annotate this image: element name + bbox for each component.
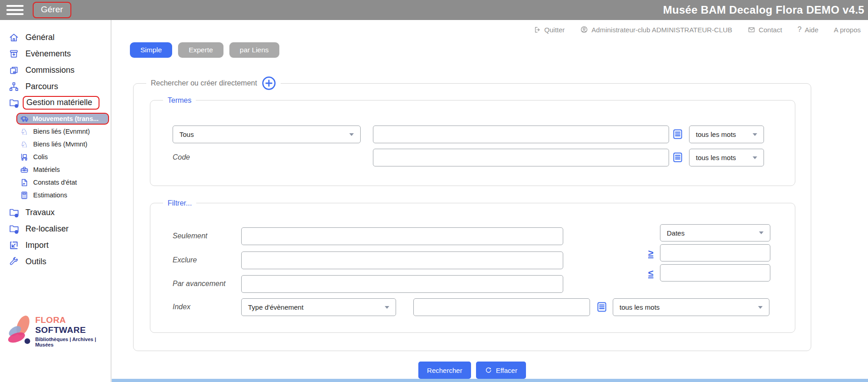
apropos-link[interactable]: A propos [834,26,861,34]
tab-simple[interactable]: Simple [130,42,172,58]
calculator-icon [20,191,29,200]
sidebar-item-label-highlighted: Gestion matérielle [23,96,99,110]
header-links: Quitter Administrateur-club ADMINISTRATE… [533,25,861,34]
date-from-input[interactable] [660,244,770,261]
sidebar-item-import[interactable]: Import [0,237,111,253]
termes-mode-select[interactable]: tous les mots [689,126,764,143]
index-mode-select-value: tous les mots [620,303,660,311]
knight-icon: ♘ [20,140,29,149]
logo-software-text: SOFTWARE [35,325,86,335]
search-mode-tabs: Simple Experte par Liens [130,42,279,58]
submenu-item-biens-lies-mvmnt[interactable]: ♘ Biens liés (Mvmnt) [0,138,111,151]
sidebar-item-label: Travaux [25,208,55,217]
gestion-materielle-submenu: Mouvements (trans... ♘ Biens liés (Evnmn… [0,113,111,201]
horizontal-scrollbar[interactable] [112,379,868,382]
chevron-down-icon [753,133,757,136]
app-title: Musée BAM Decalog Flora DEMO v4.5 [663,4,864,16]
index-lookup-icon[interactable] [596,301,608,313]
submenu-item-label: Biens liés (Evnmnt) [33,128,90,135]
date-to-input[interactable] [660,264,770,281]
index-lookup-icon[interactable] [672,151,684,163]
aide-label: Aide [805,26,818,34]
wrench-icon [8,256,20,267]
effacer-button[interactable]: Effacer [476,362,526,379]
chevron-down-icon [349,133,354,136]
search-panel: Rechercher ou créer directement Termes T… [133,83,811,351]
submenu-item-colis[interactable]: Colis [0,151,111,163]
sitemap-icon [8,81,20,92]
termes-field-select[interactable]: Tous [173,126,361,143]
par-avancement-input[interactable] [241,275,563,293]
effacer-label: Effacer [496,367,517,374]
sidebar-item-commissions[interactable]: Commissions [0,62,111,78]
submenu-item-label: Biens liés (Mvmnt) [33,141,87,148]
sidebar-item-general[interactable]: Général [0,29,111,45]
submenu-item-label: Constats d'état [33,179,77,186]
hamburger-menu-icon[interactable] [6,5,24,15]
folder-globe-icon [8,223,20,235]
termes-mode-select-value: tous les mots [696,131,736,138]
seulement-input[interactable] [241,227,563,245]
sidebar-item-gestion-materielle[interactable]: Gestion matérielle [0,95,111,111]
quitter-link[interactable]: Quitter [533,26,565,34]
exclure-input[interactable] [241,251,563,269]
code-input[interactable] [373,149,669,166]
index-input[interactable] [413,298,590,316]
document-icon [20,178,29,187]
greater-equal-operator[interactable]: ≥ [648,248,654,258]
filtrer-section: Filtrer... Seulement Exclure Par avancem… [150,203,795,333]
termes-search-input[interactable] [373,126,669,143]
toolbox-icon [20,165,29,174]
sidebar-item-outils[interactable]: Outils [0,253,111,270]
sidebar-item-travaux[interactable]: Travaux [0,204,111,221]
action-buttons: Rechercher Effacer [133,362,811,379]
termes-field-select-value: Tous [179,131,194,138]
submenu-item-materiels[interactable]: Matériels [0,163,111,176]
index-type-select[interactable]: Type d'évènement [241,298,396,316]
trolley-icon [20,152,29,161]
sidebar-item-relocaliser[interactable]: Re-localiser [0,221,111,237]
submenu-item-label: Colis [33,153,48,161]
rechercher-button[interactable]: Rechercher [418,362,471,379]
import-icon [8,240,20,251]
filtrer-legend: Filtrer... [168,197,192,209]
sidebar-item-evenements[interactable]: Evènements [0,45,111,62]
folder-globe-icon [8,207,20,218]
chevron-down-icon [753,156,757,159]
tab-experte[interactable]: Experte [178,42,223,58]
logo-tagline: Bibliothèques | Archives | Musées [35,337,109,347]
sidebar-item-label: Import [25,241,49,250]
apropos-label: A propos [834,26,861,34]
dates-select[interactable]: Dates [660,224,770,241]
index-type-select-value: Type d'évènement [248,303,303,311]
code-mode-select[interactable]: tous les mots [689,149,764,166]
chevron-down-icon [385,306,389,309]
sidebar-item-label: Commissions [25,65,74,75]
submenu-item-label: Mouvements (trans... [33,115,99,122]
plus-circle-icon[interactable] [262,76,276,90]
contact-link[interactable]: Contact [748,26,782,34]
less-equal-operator[interactable]: ≤ [648,268,654,278]
termes-section: Termes Tous tous les mots Code tous les … [150,100,795,186]
seulement-label: Seulement [173,232,208,240]
user-account[interactable]: Administrateur-club ADMINISTRATEUR-CLUB [580,25,732,34]
aide-link[interactable]: ? Aide [798,25,818,34]
sidebar-item-parcours[interactable]: Parcours [0,78,111,95]
submenu-item-mouvements[interactable]: Mouvements (trans... [16,113,109,125]
submenu-item-biens-lies-evnmnt[interactable]: ♘ Biens liés (Evnmnt) [0,125,111,138]
index-mode-select[interactable]: tous les mots [613,298,769,316]
submenu-item-estimations[interactable]: Estimations [0,189,111,201]
index-lookup-icon[interactable] [672,128,684,140]
chevron-down-icon [758,306,763,309]
sidebar: Général Evènements Commissions Parcours … [0,20,111,382]
exclure-label: Exclure [173,256,197,264]
termes-legend: Termes [168,95,191,106]
submenu-item-constats-etat[interactable]: Constats d'état [0,176,111,189]
archive-box-icon [8,48,20,60]
search-panel-legend: Rechercher ou créer directement [151,77,257,89]
folder-globe-icon [8,97,20,109]
tab-par-liens[interactable]: par Liens [229,42,279,58]
gerer-button[interactable]: Gérer [33,2,71,18]
sidebar-item-label: Re-localiser [25,224,69,234]
flora-petals-icon [5,311,33,352]
